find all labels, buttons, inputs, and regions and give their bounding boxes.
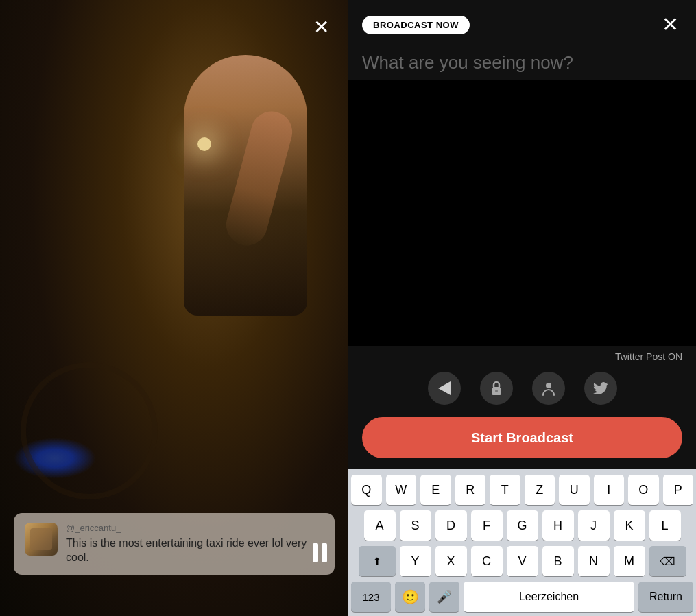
keyboard-row-1: Q W E R T Z U I O P [351,475,693,505]
title-input-placeholder[interactable]: What are you seeing now? [362,52,682,73]
return-key[interactable]: Return [638,582,693,612]
twitter-bird-icon [593,381,608,395]
pause-icon [313,543,327,562]
start-broadcast-button[interactable]: Start Broadcast [362,417,682,458]
pause-bar-left [313,543,318,562]
key-Z[interactable]: Z [525,475,555,505]
comment-overlay: @_ericcantu_ This is the most entertaini… [14,513,335,575]
key-S[interactable]: S [400,510,431,541]
key-R[interactable]: R [455,475,486,505]
key-O[interactable]: O [628,475,659,505]
space-key[interactable]: Leerzeichen [464,582,634,612]
key-X[interactable]: X [435,546,467,576]
key-T[interactable]: T [490,475,520,505]
lock-icon-button[interactable] [480,372,513,405]
twitter-post-row: Twitter Post ON [348,346,696,365]
steering-wheel [21,362,158,499]
left-close-button[interactable]: ✕ [307,14,335,41]
pause-bar-right [322,543,327,562]
camera-preview [348,80,696,346]
key-I[interactable]: I [594,475,625,505]
key-N[interactable]: N [578,546,610,576]
bottom-controls: Twitter Post ON [348,346,696,469]
broadcast-now-badge: BROADCAST NOW [362,16,470,34]
key-D[interactable]: D [435,510,467,541]
keyboard: Q W E R T Z U I O P A S D F G H J K L ⬆ … [348,469,696,616]
key-W[interactable]: W [386,475,417,505]
right-broadcast-panel: BROADCAST NOW ✕ What are you seeing now?… [348,0,696,616]
twitter-icon-button[interactable] [584,372,617,405]
keyboard-row-3: ⬆ Y X C V B N M ⌫ [351,546,693,576]
key-E[interactable]: E [420,475,451,505]
icon-row [348,365,696,414]
right-close-button[interactable]: ✕ [658,12,682,37]
comment-avatar [25,523,58,556]
start-broadcast-label: Start Broadcast [471,430,573,446]
location-icon-button[interactable] [428,372,461,405]
key-Y[interactable]: Y [400,546,431,576]
key-F[interactable]: F [471,510,503,541]
key-C[interactable]: C [471,546,503,576]
lock-icon [489,380,504,396]
key-U[interactable]: U [559,475,590,505]
emoji-key[interactable]: 🙂 [395,582,425,612]
key-P[interactable]: P [663,475,694,505]
key-L[interactable]: L [649,510,681,541]
comment-text: This is the most entertaining taxi ride … [66,536,324,565]
left-video-panel: ✕ @_ericcantu_ This is the most entertai… [0,0,348,616]
person-icon-button[interactable] [532,372,565,405]
mic-key[interactable]: 🎤 [429,582,459,612]
comment-username: @_ericcantu_ [66,523,324,533]
key-K[interactable]: K [614,510,645,541]
key-J[interactable]: J [578,510,610,541]
shift-key[interactable]: ⬆ [359,546,396,576]
key-B[interactable]: B [542,546,574,576]
location-arrow-icon [438,381,451,395]
delete-key[interactable]: ⌫ [649,546,686,576]
key-Q[interactable]: Q [351,475,382,505]
light-spot [197,137,211,151]
comment-text-block: @_ericcantu_ This is the most entertaini… [66,523,324,565]
keyboard-bottom-row: 123 🙂 🎤 Leerzeichen Return [351,582,693,612]
title-area[interactable]: What are you seeing now? [348,45,696,80]
svg-point-3 [546,383,551,388]
key-A[interactable]: A [364,510,396,541]
twitter-post-label: Twitter Post ON [615,351,682,362]
svg-point-2 [495,390,498,392]
top-bar: BROADCAST NOW ✕ [348,0,696,45]
pause-button[interactable] [304,538,335,568]
key-G[interactable]: G [507,510,538,541]
key-M[interactable]: M [614,546,645,576]
keyboard-row-2: A S D F G H J K L [351,510,693,541]
key-H[interactable]: H [542,510,574,541]
key-V[interactable]: V [507,546,538,576]
person-icon [541,380,556,396]
num-key[interactable]: 123 [351,582,391,612]
